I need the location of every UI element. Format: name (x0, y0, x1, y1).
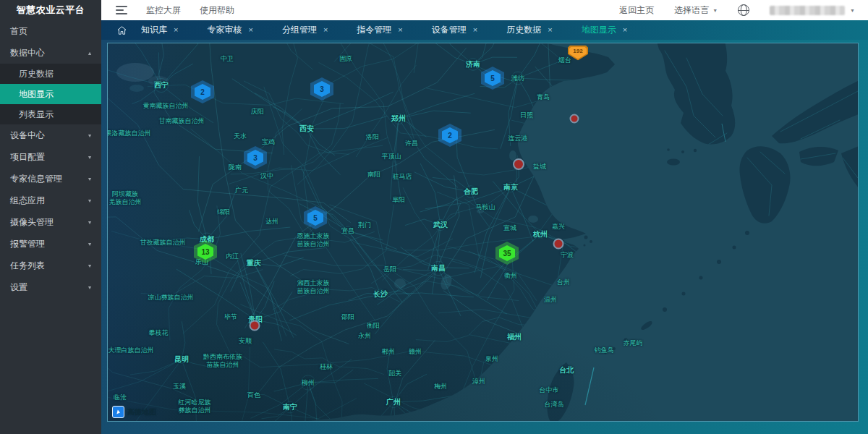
map-cluster-marker-green[interactable]: 35 (495, 242, 519, 265)
header-left: 监控大屏 使用帮助 (101, 4, 234, 17)
sidebar-item-label: 设置 (10, 281, 27, 294)
map-city-label: 台中市 (540, 386, 559, 395)
chevron-down-icon: ▼ (87, 132, 92, 138)
map-city-label: 天水 (234, 132, 247, 141)
map-dot-marker-red[interactable] (570, 114, 579, 124)
map-city-label: 合肥 (464, 187, 478, 197)
map-dot-marker-red[interactable] (513, 158, 524, 170)
map-cluster-marker-blue[interactable]: 2 (438, 124, 461, 147)
map-city-label: 西宁 (154, 80, 169, 90)
map-city-label: 阿坝藏族 (112, 190, 138, 199)
map-city-label: 济南 (466, 59, 480, 69)
map-city-label: 百色 (247, 391, 260, 400)
sidebar-item-camera-mgmt[interactable]: 摄像头管理▼ (0, 211, 101, 233)
map-city-label: 恩施土家族 (297, 231, 330, 241)
user-name-masked (770, 6, 845, 15)
map-badge-marker-orange[interactable]: 192 (568, 45, 588, 60)
user-dropdown[interactable]: ▼ (770, 6, 855, 15)
sidebar-item-task-list[interactable]: 任务列表▼ (0, 255, 101, 276)
tab-command-mgmt[interactable]: 指令管理× (357, 24, 402, 36)
close-icon[interactable]: × (248, 26, 252, 34)
close-icon[interactable]: × (398, 26, 402, 34)
map-city-label: 宜昌 (341, 226, 354, 236)
sidebar-item-label: 列表显示 (19, 109, 54, 121)
close-icon[interactable]: × (174, 26, 178, 34)
map-city-label: 南阳 (367, 170, 380, 179)
chevron-down-icon: ▼ (87, 176, 92, 182)
sidebar-item-list-display[interactable]: 列表显示 (0, 104, 101, 124)
map-cluster-marker-blue[interactable]: 3 (244, 146, 267, 169)
map-dot-marker-red[interactable] (553, 239, 564, 250)
sidebar-item-data-center[interactable]: 数据中心▲ (0, 42, 101, 64)
map-city-label: 绵阳 (217, 208, 230, 217)
close-icon[interactable]: × (623, 26, 627, 34)
sidebar-item-label: 项目配置 (10, 151, 45, 163)
map-city-label: 驻马店 (393, 172, 412, 182)
badge-count: 192 (569, 46, 587, 59)
tab-history-data[interactable]: 历史数据× (506, 24, 552, 36)
sidebar-item-scada-apps[interactable]: 组态应用▼ (0, 190, 101, 211)
sidebar-item-home[interactable]: 首页 (0, 20, 101, 42)
map-city-label: 柳州 (302, 378, 315, 388)
sidebar-collapse-icon[interactable] (116, 6, 127, 14)
map-canvas[interactable]: 西宁中卫固原黄南藏族自治州甘南藏族自治州果洛藏族自治州庆阳天水宝鸡西安洛阳郑州许… (107, 43, 859, 422)
map-cluster-marker-blue[interactable]: 3 (310, 77, 333, 101)
map-city-label: 达州 (265, 217, 278, 226)
map-city-label: 凉山彝族自治州 (148, 293, 194, 302)
tab-map-display[interactable]: 地图显示× (582, 24, 627, 36)
map-attribution[interactable]: 高德地图 (112, 406, 156, 418)
map-city-label: 南宁 (283, 402, 297, 412)
map-city-label: 玉溪 (173, 382, 186, 391)
tab-group-mgmt[interactable]: 分组管理× (282, 24, 328, 36)
map-dot-marker-red[interactable] (250, 320, 260, 331)
map-city-label: 广州 (386, 397, 401, 407)
back-home-link[interactable]: 返回主页 (619, 4, 654, 17)
map-city-label: 台州 (557, 278, 570, 287)
map-city-label: 果洛藏族自治州 (107, 129, 151, 138)
map-city-label: 广元 (235, 186, 248, 195)
sidebar-item-expert-info[interactable]: 专家信息管理▼ (0, 168, 101, 190)
menu-monitor-screen[interactable]: 监控大屏 (146, 4, 181, 17)
sidebar-item-settings[interactable]: 设置▼ (0, 276, 101, 298)
tab-expert-review[interactable]: 专家审核× (207, 24, 252, 36)
tab-label: 地图显示 (582, 24, 616, 36)
map-cluster-marker-blue[interactable]: 5 (481, 67, 504, 90)
sidebar-item-alarm-mgmt[interactable]: 报警管理▼ (0, 233, 101, 255)
home-tab-icon[interactable] (117, 26, 127, 35)
chevron-down-icon: ▼ (87, 154, 92, 160)
sidebar-item-history-data[interactable]: 历史数据 (0, 64, 101, 84)
map-city-label: 昆明 (174, 354, 189, 365)
tab-knowledge-base[interactable]: 知识库× (141, 24, 178, 36)
sidebar-item-label: 数据中心 (10, 47, 45, 59)
content-area: 西宁中卫固原黄南藏族自治州甘南藏族自治州果洛藏族自治州庆阳天水宝鸡西安洛阳郑州许… (101, 40, 868, 434)
map-cluster-marker-blue[interactable]: 5 (304, 206, 327, 229)
top-header: 监控大屏 使用帮助 返回主页 选择语言 ▼ ▼ (101, 0, 868, 20)
map-city-label: 宣城 (503, 224, 516, 233)
map-city-label: 攀枝花 (149, 328, 169, 338)
map-city-label: 赤尾屿 (624, 339, 643, 348)
sidebar-item-label: 首页 (10, 25, 27, 38)
map-city-label: 桂林 (320, 362, 333, 372)
chevron-down-icon: ▼ (87, 219, 92, 225)
menu-usage-help[interactable]: 使用帮助 (200, 4, 234, 17)
close-icon[interactable]: × (548, 26, 552, 34)
language-select[interactable]: 选择语言 ▼ (674, 4, 718, 17)
sidebar-item-project-config[interactable]: 项目配置▼ (0, 146, 101, 168)
tab-bar: 知识库×专家审核×分组管理×指令管理×设备管理×历史数据×地图显示× (101, 20, 868, 40)
map-city-label: 羌族自治州 (109, 197, 142, 207)
tab-device-mgmt[interactable]: 设备管理× (432, 24, 477, 36)
tab-label: 指令管理 (357, 24, 391, 36)
sidebar-item-label: 设备中心 (10, 129, 45, 142)
close-icon[interactable]: × (473, 26, 477, 34)
sidebar-menu: 首页数据中心▲历史数据地图显示列表显示设备中心▼项目配置▼专家信息管理▼组态应用… (0, 20, 101, 298)
sidebar-item-device-center[interactable]: 设备中心▼ (0, 124, 101, 146)
tab-label: 专家审核 (207, 24, 242, 36)
amap-logo-icon (112, 406, 124, 418)
map-cluster-marker-blue[interactable]: 2 (191, 80, 214, 103)
app-title: 智慧农业云平台 (0, 0, 101, 20)
close-icon[interactable]: × (323, 26, 328, 34)
sidebar-item-map-display[interactable]: 地图显示 (0, 84, 101, 104)
map-cluster-marker-green[interactable]: 13 (194, 240, 217, 263)
map-city-label: 湘西土家族 (297, 278, 330, 288)
globe-icon[interactable] (738, 4, 749, 16)
